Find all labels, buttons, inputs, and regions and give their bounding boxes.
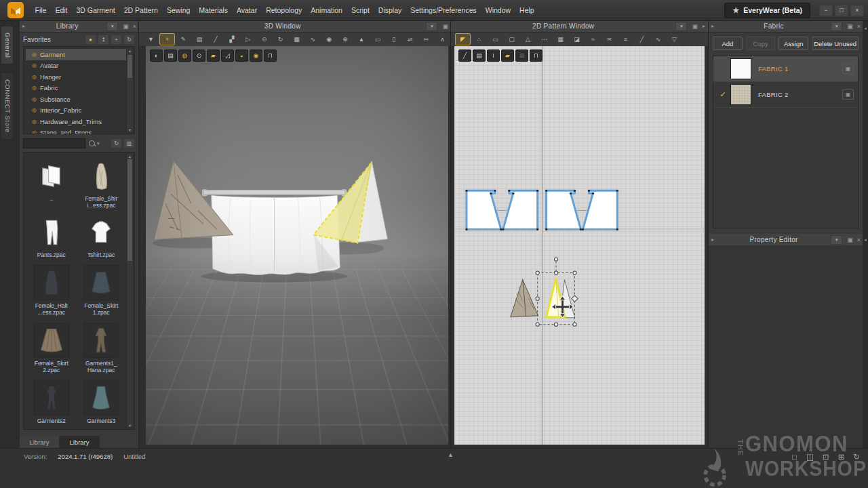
favorite-item-interior-fabric[interactable]: ◎Interior_Fabric [26, 105, 126, 117]
pattern-piece-tan-2d[interactable] [511, 280, 538, 317]
layout-grid-icon[interactable]: ⊞ [835, 451, 847, 462]
layout-mixed-icon[interactable]: ⊡ [820, 451, 831, 462]
menu-retopology[interactable]: Retopology [262, 6, 307, 14]
scrollbar-thumb[interactable] [127, 55, 132, 78]
pin-icon[interactable]: ⊕ [338, 33, 353, 45]
select-move-icon[interactable]: + [159, 33, 175, 45]
favorite-item-hanger[interactable]: ◎Hanger [26, 71, 126, 83]
menu-file[interactable]: File [31, 6, 51, 14]
chevron-down-icon[interactable]: ▾ [106, 22, 118, 31]
scroll-up-icon[interactable]: ▴ [127, 154, 133, 159]
ruler-3d-icon[interactable]: ⊓ [264, 49, 277, 62]
scroll-up-icon[interactable]: ▴ [127, 48, 133, 53]
pleats-icon[interactable]: ≡ [618, 33, 633, 45]
texture-sphere-icon[interactable]: ◉ [250, 49, 262, 62]
export-icon[interactable]: ▣ [842, 64, 854, 74]
3d-viewport[interactable]: ◐▤◍⊙▰◿◒◉⊓ [146, 46, 448, 445]
lock-icon[interactable]: ⊠ [515, 49, 528, 62]
grid-2d-icon[interactable]: ▦ [553, 33, 568, 45]
close-icon[interactable]: × [855, 237, 863, 243]
menu-help[interactable]: Help [515, 6, 539, 14]
library-item-female-halt[interactable]: Female_Halt ...ess.zpac [26, 265, 77, 316]
zigzag-icon[interactable]: ∿ [650, 33, 666, 45]
pin-icon[interactable]: ▸ [709, 23, 717, 29]
add-button[interactable]: Add [713, 37, 743, 50]
pen-3d-icon[interactable]: ✎ [176, 33, 191, 45]
detach-icon[interactable]: ▣ [121, 23, 131, 30]
fabric-row-fabric-2[interactable]: ✓FABRIC 2▣ [713, 82, 858, 108]
2d-canvas[interactable]: ╱▤i▰⊠⊓ [454, 46, 705, 445]
refresh-icon[interactable]: ↻ [123, 35, 135, 45]
browser-scrollbar[interactable]: ▴ ▾ [126, 153, 134, 428]
grid-arrange-icon[interactable]: ▦ [289, 33, 304, 45]
iron-icon[interactable]: ◪ [569, 33, 585, 45]
favorite-item-fabric[interactable]: ◎Fabric [26, 83, 126, 94]
pattern-panel[interactable] [467, 190, 501, 229]
detach-icon[interactable]: ▣ [440, 23, 450, 30]
library-item-garments3[interactable]: Garments3 [77, 380, 127, 424]
material-sphere-icon[interactable]: ◍ [178, 49, 191, 62]
layout-single-icon[interactable]: □ [789, 451, 800, 462]
library-tab[interactable]: Library [20, 436, 60, 448]
library-item-[interactable]: .. [26, 159, 77, 209]
menu-avatar[interactable]: Avatar [232, 6, 261, 14]
shirt-2d-icon[interactable]: ▽ [667, 33, 682, 45]
favorite-item-stage-and-props[interactable]: ◎Stage_and_Props [26, 127, 126, 135]
paper-view-icon[interactable]: ▰ [501, 49, 514, 62]
tape-icon[interactable]: ∿ [305, 33, 321, 45]
menu-animation[interactable]: Animation [307, 6, 347, 14]
close-button[interactable]: × [850, 5, 864, 16]
cloth-view-icon[interactable]: ◿ [221, 49, 234, 62]
tab-connect-store[interactable]: CONNECT Store [1, 73, 14, 140]
hanger-icon[interactable]: ▯ [386, 33, 401, 45]
add-icon[interactable]: + [111, 35, 122, 45]
arrange-icon[interactable]: ▷ [240, 33, 256, 45]
favorite-item-substance[interactable]: ◎Substance [26, 94, 126, 105]
menu-script[interactable]: Script [347, 6, 374, 14]
free-sew-icon[interactable]: ≍ [601, 33, 617, 45]
detach-icon[interactable]: ▣ [845, 237, 855, 243]
fold-arrangement-icon[interactable]: ▞ [224, 33, 239, 45]
pin-icon[interactable]: ▸ [700, 23, 708, 29]
chevron-down-icon[interactable]: ▾ [831, 22, 842, 31]
tab-general[interactable]: General [1, 26, 14, 64]
stitch-icon[interactable]: ╱ [208, 33, 224, 45]
transform-pattern-icon[interactable]: ◤ [455, 33, 471, 45]
menu-edit[interactable]: Edit [51, 6, 72, 14]
library-item-pants-zpac[interactable]: Pants.zpac [26, 216, 77, 258]
scrollbar-thumb[interactable] [127, 159, 132, 261]
chevron-down-icon[interactable]: ▾ [675, 22, 687, 31]
close-icon[interactable]: × [131, 23, 138, 30]
flatten-icon[interactable]: ▭ [370, 33, 385, 45]
menu-settings-preferences[interactable]: Settings/Preferences [406, 6, 481, 14]
edit-pattern-icon[interactable]: ∴ [471, 33, 487, 45]
pin-icon[interactable]: ◂ [863, 26, 868, 31]
close-icon[interactable]: × [855, 23, 863, 30]
measure-icon[interactable]: ▲ [354, 33, 370, 45]
rotate-icon[interactable]: ↻ [273, 33, 288, 45]
symmetry-icon[interactable]: ⇌ [402, 33, 418, 45]
scroll-down-icon[interactable]: ▾ [127, 127, 133, 132]
edit-curve-icon[interactable]: ⋯ [536, 33, 552, 45]
everywear-beta-button[interactable]: ★ EveryWear (Beta) [724, 3, 810, 18]
import-icon[interactable]: ↥ [98, 35, 109, 45]
garment-edit-icon[interactable]: ▤ [192, 33, 208, 45]
avatar-skin-icon[interactable]: ◒ [235, 49, 248, 62]
show-avatar-icon[interactable]: ⊙ [193, 49, 205, 62]
menu-2d-pattern[interactable]: 2D Pattern [119, 6, 162, 14]
simulate-icon[interactable]: ▼ [143, 33, 159, 45]
delete-unused-button[interactable]: Delete Unused [812, 37, 859, 50]
view-mode-icon[interactable]: ▥ [123, 138, 135, 148]
pattern-panel[interactable] [583, 190, 617, 229]
pattern-panel[interactable] [503, 190, 538, 229]
shirt-texture-icon[interactable]: ▤ [473, 49, 486, 62]
menu-window[interactable]: Window [481, 6, 515, 14]
detach-icon[interactable]: ▣ [845, 23, 855, 30]
scroll-down-icon[interactable]: ▾ [127, 423, 133, 428]
menu-materials[interactable]: Materials [195, 6, 233, 14]
pin-icon[interactable]: ◂ [863, 237, 868, 243]
menu-3d-garment[interactable]: 3D Garment [72, 6, 119, 14]
minimize-button[interactable]: − [819, 5, 833, 16]
internal-line-icon[interactable]: ╱ [634, 33, 650, 45]
favorite-item-avatar[interactable]: ◎Avatar [26, 60, 126, 72]
